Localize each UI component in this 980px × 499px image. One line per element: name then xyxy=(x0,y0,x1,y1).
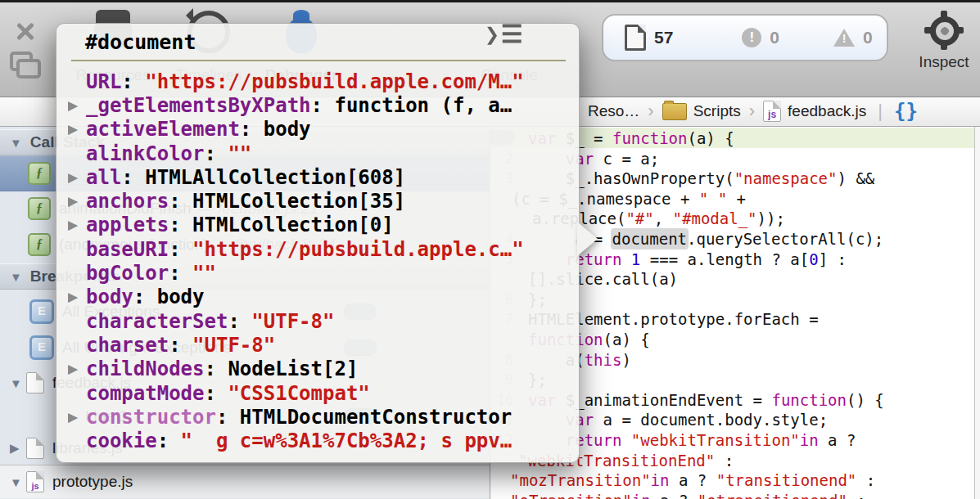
property-row-url[interactable]: URL: "https://pubsbuild.apple.com/M…" xyxy=(68,70,572,93)
property-row-all[interactable]: ▶all: HTMLAllCollection[608] xyxy=(68,165,572,189)
close-icon[interactable] xyxy=(15,20,36,42)
js-file-icon: js xyxy=(26,471,44,492)
expand-triangle-icon[interactable]: ▶ xyxy=(68,194,86,209)
property-row-activeelement[interactable]: ▶activeElement: body xyxy=(68,118,572,142)
error-count-icon: ! xyxy=(742,28,761,47)
code-token: " " xyxy=(699,190,727,208)
hovered-token-document[interactable]: document xyxy=(612,230,688,248)
code-token: a ? xyxy=(819,431,856,449)
property-name: activeElement xyxy=(86,118,240,141)
code-token: $_animationEndEvent = xyxy=(556,391,771,409)
expand-triangle-icon[interactable]: ▶ xyxy=(68,98,86,113)
warning-count-icon: ! xyxy=(833,29,855,47)
code-line: "mozTransition"in a ? "transitionend" : xyxy=(510,470,875,491)
expand-triangle-icon[interactable]: ▶ xyxy=(68,122,86,137)
code-token: a ? xyxy=(669,471,716,489)
expand-triangle-icon[interactable]: ▶ xyxy=(68,362,86,376)
code-token: + xyxy=(727,190,746,208)
property-row-charset[interactable]: charset: "UTF-8" xyxy=(68,333,572,357)
property-row-alinkcolor[interactable]: alinkColor: "" xyxy=(68,142,572,165)
object-inspection-popover: #document URL: "https://pubsbuild.apple.… xyxy=(56,23,580,463)
property-name: charset xyxy=(86,334,169,357)
disclosure-triangle-icon[interactable]: ▼ xyxy=(10,475,26,489)
property-colon: : xyxy=(121,166,145,189)
editor-scrollbar[interactable] xyxy=(974,126,980,499)
property-value: "CSS1Compat" xyxy=(228,382,369,405)
property-colon: : xyxy=(169,190,192,213)
code-token: ) xyxy=(621,351,630,369)
code-token: () { xyxy=(847,391,884,409)
disclosure-triangle-icon[interactable]: ▶ xyxy=(10,441,26,456)
property-value: "UTF-8" xyxy=(251,310,334,333)
exception-icon: E xyxy=(29,299,54,324)
property-row-baseuri[interactable]: baseURI: "https://pubsbuild.apple.c…" xyxy=(68,237,572,261)
code-line: var $_animationEndEvent = function() { xyxy=(528,390,884,411)
file-icon xyxy=(26,372,44,393)
code-token xyxy=(621,250,630,268)
expand-triangle-icon[interactable]: ▶ xyxy=(68,290,86,304)
property-name: cookie xyxy=(86,429,157,452)
property-name: alinkColor xyxy=(86,142,205,165)
property-colon: : xyxy=(205,357,228,380)
code-token: .querySelectorAll(c); xyxy=(687,230,883,248)
property-row-cookie[interactable]: cookie: " g c=w%3A1%7Cb%3A2; s ppv… xyxy=(68,429,572,452)
dock-windows-icon[interactable] xyxy=(10,52,43,79)
breadcrumb-item-2[interactable]: Scripts xyxy=(662,102,741,120)
property-value: " g c=w%3A1%7Cb%3A2; s ppv… xyxy=(181,429,513,452)
property-value: HTMLDocumentConstructor xyxy=(240,406,512,429)
pretty-print-button[interactable]: {} xyxy=(894,100,918,123)
property-colon: : xyxy=(205,382,228,405)
property-row-_getelementsbyxpath[interactable]: ▶_getElementsByXPath: function (f, a… xyxy=(68,93,572,117)
code-token: "namespace" xyxy=(734,169,838,187)
disclosure-triangle-icon[interactable]: ▼ xyxy=(10,376,26,390)
function-frame-icon: ƒ xyxy=(28,162,51,185)
activity-status-pill[interactable]: 57 ! 0 ! 0 xyxy=(602,14,888,61)
property-colon: : xyxy=(205,142,228,165)
property-name: all xyxy=(86,166,121,189)
property-row-applets[interactable]: ▶applets: HTMLCollection[0] xyxy=(68,214,572,237)
property-row-bgcolor[interactable]: bgColor: "" xyxy=(68,261,572,285)
property-name: childNodes xyxy=(86,357,205,380)
breadcrumb-label: feedback.js xyxy=(788,102,866,120)
breadcrumb-item-3[interactable]: jsfeedback.js xyxy=(763,101,866,122)
property-name: _getElementsByXPath xyxy=(86,94,311,117)
sidebar-item-label: prototype.js xyxy=(52,473,133,491)
resource-count-icon xyxy=(625,25,646,51)
property-value: "" xyxy=(228,142,251,165)
property-row-body[interactable]: ▶body: body xyxy=(68,285,572,309)
expand-triangle-icon[interactable]: ▶ xyxy=(68,218,86,232)
popover-arrow xyxy=(577,222,598,256)
console-prompt-icon[interactable]: ❯☰ xyxy=(485,20,525,48)
property-value: "https://pubsbuild.apple.c…" xyxy=(192,238,524,261)
code-token: === a.length ? a[ xyxy=(640,250,809,268)
property-row-constructor[interactable]: ▶constructor: HTMLDocumentConstructor xyxy=(68,405,572,429)
property-value: body xyxy=(157,285,205,308)
popover-title: #document xyxy=(85,30,196,54)
breadcrumb-chevron-icon: › xyxy=(648,101,653,122)
sidebar-item-prototype-js[interactable]: ▼jsprototype.js xyxy=(0,465,490,498)
property-name: constructor xyxy=(86,406,216,429)
code-token: a = document.body.style; xyxy=(594,411,828,429)
property-value: function (f, a… xyxy=(334,94,512,117)
code-token: in xyxy=(800,431,819,449)
code-token: in xyxy=(632,492,651,499)
breadcrumb-item-1[interactable]: Reso… xyxy=(588,102,639,120)
expand-triangle-icon[interactable]: ▶ xyxy=(68,170,86,185)
property-row-anchors[interactable]: ▶anchors: HTMLCollection[35] xyxy=(68,189,572,213)
breadcrumb-divider: | xyxy=(878,101,883,122)
property-value: "https://pubsbuild.apple.com/M…" xyxy=(145,70,523,93)
property-name: anchors xyxy=(86,190,169,213)
inspect-button[interactable]: Inspect xyxy=(907,9,980,91)
property-row-childnodes[interactable]: ▶childNodes: NodeList[2] xyxy=(68,357,572,381)
code-token: function xyxy=(771,391,847,409)
expand-triangle-icon[interactable]: ▶ xyxy=(68,410,86,425)
function-frame-icon: ƒ xyxy=(28,197,51,220)
code-line: $_.hasOwnProperty("namespace") && xyxy=(528,169,874,189)
property-name: body xyxy=(86,285,133,308)
property-row-compatmode[interactable]: compatMode: "CSS1Compat" xyxy=(68,381,572,405)
property-colon: : xyxy=(169,238,192,261)
property-row-characterset[interactable]: characterSet: "UTF-8" xyxy=(68,309,572,333)
code-token: in xyxy=(651,471,670,489)
code-token: : xyxy=(715,452,734,470)
property-colon: : xyxy=(121,70,145,93)
